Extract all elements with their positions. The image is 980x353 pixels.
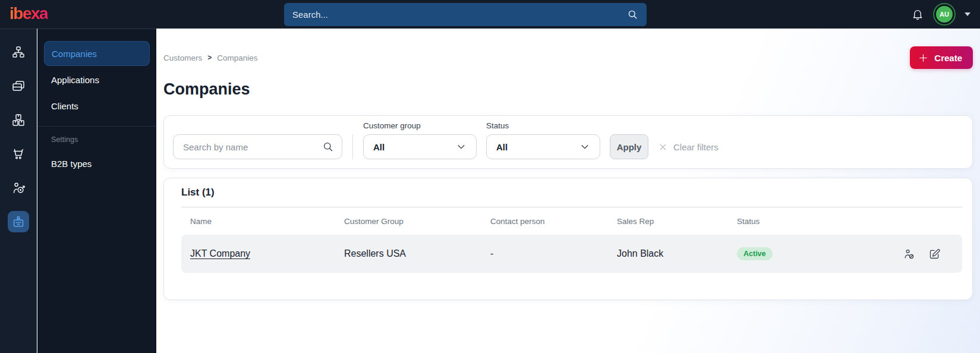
plus-icon <box>918 53 928 63</box>
create-button-label: Create <box>934 53 962 63</box>
search-icon[interactable] <box>322 141 334 153</box>
cell-contact-person: - <box>490 248 617 259</box>
user-menu-caret-icon[interactable] <box>965 12 970 16</box>
customer-portal-icon[interactable] <box>8 211 29 232</box>
create-button[interactable]: Create <box>910 46 973 69</box>
sidebar-menu: Companies Applications Clients Settings … <box>37 29 156 353</box>
cart-icon[interactable] <box>8 143 29 165</box>
sidebar-item-clients[interactable]: Clients <box>44 93 150 118</box>
filter-divider <box>352 134 353 159</box>
customer-group-label: Customer group <box>363 121 477 130</box>
customer-group-value: All <box>373 142 385 152</box>
apply-button[interactable]: Apply <box>610 134 648 159</box>
breadcrumb-customers[interactable]: Customers <box>163 53 202 62</box>
main-content: Customers > Companies Create Companies C… <box>156 29 980 353</box>
list-title: List (1) <box>181 187 962 198</box>
pages-icon[interactable] <box>8 75 29 97</box>
column-header-sales-rep: Sales Rep <box>617 217 737 226</box>
notifications-bell-icon[interactable] <box>911 8 924 21</box>
search-icon[interactable] <box>627 9 638 20</box>
sidebar-item-companies[interactable]: Companies <box>44 41 150 66</box>
top-bar: ibexa AU <box>0 0 980 29</box>
breadcrumb-separator: > <box>207 53 212 62</box>
companies-list-card: List (1) Name Customer Group Contact per… <box>163 178 973 300</box>
customer-group-select[interactable]: All <box>363 134 477 159</box>
products-icon[interactable] <box>8 109 29 131</box>
avatar-initials: AU <box>940 11 949 18</box>
cell-customer-group: Resellers USA <box>344 248 490 259</box>
marketing-target-icon[interactable] <box>8 177 29 198</box>
global-search-input[interactable] <box>292 10 627 20</box>
sidebar-item-applications[interactable]: Applications <box>44 67 150 92</box>
filter-bar: Customer group All Status All Apply Clea… <box>163 115 973 169</box>
column-header-customer-group: Customer Group <box>344 217 490 226</box>
chevron-down-icon <box>456 141 467 152</box>
sidebar-item-label: Applications <box>51 75 99 85</box>
deactivate-user-icon[interactable] <box>903 248 915 260</box>
clear-filters-button[interactable]: Clear filters <box>658 134 719 159</box>
icon-rail <box>0 29 37 353</box>
page-title: Companies <box>163 80 973 99</box>
edit-icon[interactable] <box>928 248 941 260</box>
close-icon <box>658 142 668 152</box>
sidebar-item-label: Clients <box>51 101 78 111</box>
name-search-field <box>173 134 342 159</box>
clear-filters-label: Clear filters <box>673 142 719 152</box>
global-search[interactable] <box>284 3 647 26</box>
settings-section-label: Settings <box>44 135 150 144</box>
user-avatar[interactable]: AU <box>936 6 953 23</box>
row-actions <box>903 248 941 260</box>
status-select[interactable]: All <box>486 134 600 159</box>
breadcrumb: Customers > Companies <box>163 53 258 62</box>
column-header-contact-person: Contact person <box>490 217 617 226</box>
menu-divider <box>37 126 156 127</box>
status-badge: Active <box>737 247 773 260</box>
cell-sales-rep: John Black <box>617 248 737 259</box>
search-by-name-input[interactable] <box>173 134 342 159</box>
topbar-right-cluster: AU <box>911 0 970 29</box>
column-header-status: Status <box>737 217 941 226</box>
column-header-name: Name <box>190 217 344 226</box>
chevron-down-icon <box>579 141 590 152</box>
table-header: Name Customer Group Contact person Sales… <box>181 207 962 235</box>
sidebar-item-label: B2B types <box>51 159 92 169</box>
sitemap-icon[interactable] <box>8 42 29 63</box>
status-label: Status <box>486 121 600 130</box>
table-row[interactable]: JKT Company Resellers USA - John Black A… <box>181 235 962 273</box>
breadcrumb-companies: Companies <box>217 53 257 62</box>
sidebar-item-label: Companies <box>52 49 97 59</box>
company-name-link[interactable]: JKT Company <box>190 248 250 259</box>
status-value: All <box>496 142 508 152</box>
sidebar-item-b2b-types[interactable]: B2B types <box>44 151 150 176</box>
ibexa-logo[interactable]: ibexa <box>10 4 48 23</box>
